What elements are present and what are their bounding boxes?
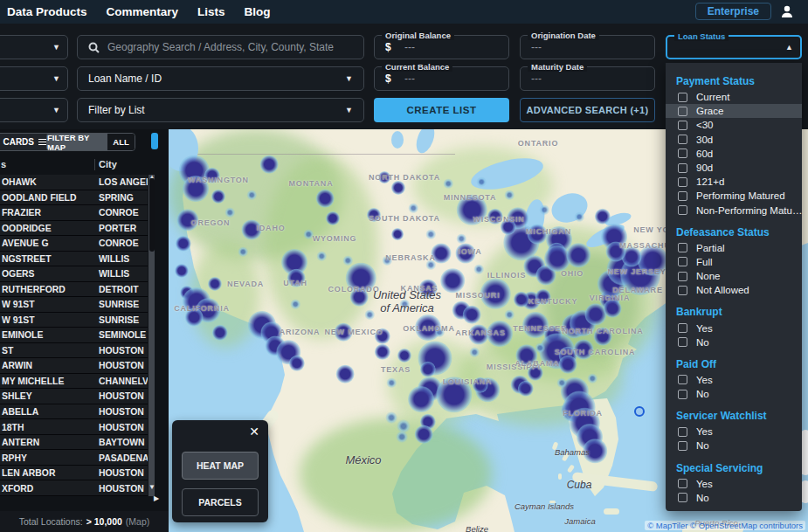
- table-row[interactable]: W 91STSUNRISE: [0, 297, 148, 313]
- checkbox[interactable]: [678, 375, 687, 384]
- nav-blog[interactable]: Blog: [245, 5, 271, 18]
- table-row[interactable]: AVENUE GCONROE: [0, 236, 148, 252]
- scroll-down-arrow[interactable]: ▼: [148, 483, 155, 491]
- close-icon[interactable]: ✕: [249, 425, 259, 439]
- create-list-button[interactable]: CREATE LIST: [374, 98, 509, 122]
- nav-data-products[interactable]: Data Products: [7, 5, 87, 18]
- checkbox[interactable]: [678, 427, 687, 437]
- table-row[interactable]: ANTERNBAYTOWN: [0, 435, 148, 451]
- map-attribution[interactable]: © MapTiler © OpenStreetMap contributors: [645, 521, 805, 530]
- dropdown-option-grace[interactable]: Grace: [666, 104, 802, 118]
- original-balance-field[interactable]: Original Balance $ ---: [374, 35, 509, 59]
- table-scrollbar[interactable]: ▲: [148, 175, 155, 496]
- checkbox[interactable]: [678, 149, 687, 158]
- nav-commentary[interactable]: Commentary: [107, 5, 179, 18]
- table-row[interactable]: OGERSWILLIS: [0, 266, 148, 282]
- dropdown-option--30[interactable]: <30: [666, 118, 802, 132]
- dropdown-option-current[interactable]: Current: [666, 90, 802, 104]
- table-row[interactable]: EMINOLESEMINOLE: [0, 328, 148, 343]
- geography-search-input[interactable]: Geography Search / Address, City, County…: [77, 35, 364, 59]
- table-row[interactable]: LEN ARBORHOUSTON: [0, 466, 148, 481]
- panel-collapse-handle[interactable]: [151, 133, 158, 149]
- checkbox[interactable]: [678, 177, 687, 187]
- checkbox[interactable]: [678, 337, 687, 347]
- option-label: Grace: [696, 106, 723, 116]
- advanced-search-button[interactable]: ADVANCED SEARCH (+1): [520, 98, 655, 122]
- loan-status-dropdown-trigger[interactable]: Loan Status ▲: [666, 35, 802, 59]
- results-panel: CARDS FILTER BY MAP ALL s City OHAWKLOS …: [0, 129, 169, 532]
- dropdown-option-full[interactable]: Full: [666, 255, 802, 269]
- checkbox[interactable]: [678, 107, 687, 116]
- dropdown-option-performing-matured[interactable]: Performing Matured: [666, 189, 802, 203]
- dropdown-option-30d[interactable]: 30d: [666, 133, 802, 147]
- filter-dropdown-3[interactable]: ▼: [0, 98, 68, 122]
- filter-by-list-dropdown[interactable]: Filter by List ▼: [77, 98, 364, 122]
- option-label: No: [696, 337, 709, 348]
- dropdown-option-not-allowed[interactable]: Not Allowed: [666, 283, 802, 297]
- nav-lists[interactable]: Lists: [197, 5, 225, 18]
- table-row[interactable]: XFORDHOUSTON: [0, 480, 148, 496]
- checkbox[interactable]: [678, 272, 687, 281]
- checkbox[interactable]: [678, 493, 687, 502]
- checkbox[interactable]: [678, 479, 687, 488]
- checkbox[interactable]: [678, 93, 687, 102]
- dropdown-option-no[interactable]: No: [666, 335, 802, 349]
- dropdown-option-yes[interactable]: Yes: [666, 477, 802, 491]
- tab-all[interactable]: ALL: [107, 134, 135, 150]
- dropdown-option-121-d[interactable]: 121+d: [666, 175, 802, 189]
- dropdown-option-no[interactable]: No: [666, 491, 802, 505]
- loan-name-cell: ARWIN: [2, 361, 32, 370]
- user-icon[interactable]: [780, 4, 794, 18]
- checkbox[interactable]: [678, 257, 687, 266]
- table-row[interactable]: OODLAND FIELDSPRING: [0, 190, 148, 206]
- checkbox[interactable]: [678, 191, 687, 201]
- checkbox[interactable]: [678, 205, 687, 215]
- dropdown-option-no[interactable]: No: [666, 387, 802, 401]
- table-row[interactable]: STHOUSTON: [0, 343, 148, 359]
- checkbox[interactable]: [678, 163, 687, 173]
- map-circle-marker[interactable]: [634, 406, 645, 417]
- table-row[interactable]: W 91STSUNRISE: [0, 313, 148, 328]
- table-row[interactable]: SHLEYHOUSTON: [0, 389, 148, 404]
- checkbox[interactable]: [678, 441, 687, 451]
- dropdown-option-yes[interactable]: Yes: [666, 321, 802, 335]
- maturity-date-field[interactable]: Maturity Date ---: [520, 66, 655, 91]
- parcels-button[interactable]: PARCELS: [182, 488, 259, 516]
- filter-dropdown-2[interactable]: ▼: [0, 66, 68, 91]
- origination-date-field[interactable]: Origination Date ---: [520, 35, 655, 59]
- filter-dropdown-1[interactable]: ▼: [0, 35, 68, 59]
- checkbox[interactable]: [678, 286, 687, 295]
- checkbox[interactable]: [678, 243, 687, 252]
- dropdown-option-yes[interactable]: Yes: [666, 425, 802, 439]
- checkbox[interactable]: [678, 323, 687, 333]
- checkbox[interactable]: [678, 390, 687, 399]
- enterprise-button[interactable]: Enterprise: [695, 3, 771, 20]
- table-row[interactable]: 18THHOUSTON: [0, 419, 148, 435]
- tab-filter-by-map[interactable]: FILTER BY MAP: [47, 134, 107, 150]
- dropdown-option-non-performing-matu-[interactable]: Non-Performing Matu…: [666, 204, 802, 218]
- dropdown-option-yes[interactable]: Yes: [666, 373, 802, 387]
- scroll-right-arrow[interactable]: ▶: [154, 494, 159, 502]
- table-row[interactable]: MY MICHELLECHANNELVIE: [0, 374, 148, 390]
- dropdown-option-90d[interactable]: 90d: [666, 161, 802, 175]
- dropdown-option-partial[interactable]: Partial: [666, 241, 802, 255]
- table-row[interactable]: FRAZIERCONROE: [0, 205, 148, 221]
- dropdown-option-no[interactable]: No: [666, 439, 802, 453]
- table-row[interactable]: ABELLAHOUSTON: [0, 404, 148, 420]
- heat-blob: [408, 386, 434, 412]
- table-row[interactable]: NGSTREETWILLIS: [0, 252, 148, 267]
- dropdown-option-none[interactable]: None: [666, 269, 802, 283]
- table-row[interactable]: OHAWKLOS ANGELE: [0, 175, 148, 190]
- heat-map-button[interactable]: HEAT MAP: [182, 452, 259, 480]
- dollar-sign: $: [385, 73, 391, 85]
- loan-name-dropdown[interactable]: Loan Name / ID ▼: [77, 66, 364, 91]
- table-row[interactable]: ARWINHOUSTON: [0, 358, 148, 374]
- current-balance-field[interactable]: Current Balance $ ---: [374, 66, 509, 91]
- checkbox[interactable]: [678, 121, 687, 130]
- scrollbar-thumb[interactable]: [149, 178, 155, 252]
- dropdown-option-60d[interactable]: 60d: [666, 147, 802, 161]
- table-row[interactable]: OODRIDGEPORTER: [0, 221, 148, 237]
- table-row[interactable]: RPHYPASADENA: [0, 450, 148, 466]
- table-row[interactable]: RUTHERFORDDETROIT: [0, 282, 148, 298]
- checkbox[interactable]: [678, 135, 687, 144]
